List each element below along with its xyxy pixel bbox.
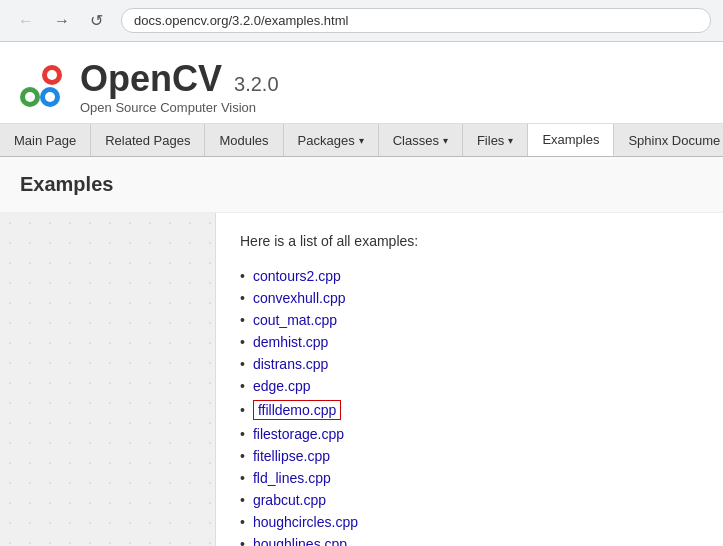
files-arrow-icon: ▾ bbox=[508, 135, 513, 146]
back-button[interactable]: ← bbox=[12, 10, 40, 32]
nav-sphinx[interactable]: Sphinx Docume bbox=[614, 124, 723, 156]
nav-examples[interactable]: Examples bbox=[528, 124, 614, 156]
main-content: Here is a list of all examples: contours… bbox=[215, 213, 723, 546]
list-item: houghcircles.cpp bbox=[240, 511, 699, 533]
examples-list: contours2.cpp convexhull.cpp cout_mat.cp… bbox=[240, 265, 699, 546]
browser-toolbar: ← → ↺ docs.opencv.org/3.2.0/examples.htm… bbox=[0, 0, 723, 42]
list-item: fld_lines.cpp bbox=[240, 467, 699, 489]
page-header: OpenCV 3.2.0 Open Source Computer Vision bbox=[0, 42, 723, 124]
example-link[interactable]: houghlines.cpp bbox=[253, 536, 347, 546]
example-link[interactable]: fld_lines.cpp bbox=[253, 470, 331, 486]
example-link[interactable]: cout_mat.cpp bbox=[253, 312, 337, 328]
nav-bar: Main Page Related Pages Modules Packages… bbox=[0, 124, 723, 157]
example-link[interactable]: contours2.cpp bbox=[253, 268, 341, 284]
list-item: edge.cpp bbox=[240, 375, 699, 397]
list-item: contours2.cpp bbox=[240, 265, 699, 287]
list-item: convexhull.cpp bbox=[240, 287, 699, 309]
reload-button[interactable]: ↺ bbox=[84, 9, 109, 32]
forward-button[interactable]: → bbox=[48, 10, 76, 32]
list-item: houghlines.cpp bbox=[240, 533, 699, 546]
list-item: demhist.cpp bbox=[240, 331, 699, 353]
example-link[interactable]: fitellipse.cpp bbox=[253, 448, 330, 464]
list-item: cout_mat.cpp bbox=[240, 309, 699, 331]
page-title: Examples bbox=[20, 173, 703, 196]
intro-text: Here is a list of all examples: bbox=[240, 233, 699, 249]
nav-packages[interactable]: Packages ▾ bbox=[284, 124, 379, 156]
nav-buttons: ← → ↺ bbox=[12, 9, 109, 32]
svg-point-4 bbox=[25, 92, 35, 102]
example-link[interactable]: grabcut.cpp bbox=[253, 492, 326, 508]
example-link[interactable]: demhist.cpp bbox=[253, 334, 328, 350]
example-link-highlighted[interactable]: ffilldemo.cpp bbox=[253, 400, 341, 420]
nav-modules[interactable]: Modules bbox=[205, 124, 283, 156]
example-link[interactable]: houghcircles.cpp bbox=[253, 514, 358, 530]
svg-point-5 bbox=[45, 92, 55, 102]
content-wrapper: Here is a list of all examples: contours… bbox=[0, 213, 723, 546]
nav-related-pages[interactable]: Related Pages bbox=[91, 124, 205, 156]
header-title: OpenCV 3.2.0 bbox=[80, 58, 279, 100]
header-text: OpenCV 3.2.0 Open Source Computer Vision bbox=[80, 58, 279, 115]
list-item: filestorage.cpp bbox=[240, 423, 699, 445]
svg-point-3 bbox=[47, 70, 57, 80]
list-item: fitellipse.cpp bbox=[240, 445, 699, 467]
classes-arrow-icon: ▾ bbox=[443, 135, 448, 146]
example-link[interactable]: edge.cpp bbox=[253, 378, 311, 394]
nav-files[interactable]: Files ▾ bbox=[463, 124, 528, 156]
header-subtitle: Open Source Computer Vision bbox=[80, 100, 279, 115]
list-item-highlighted: ffilldemo.cpp bbox=[240, 397, 699, 423]
nav-main-page[interactable]: Main Page bbox=[0, 124, 91, 156]
example-link[interactable]: distrans.cpp bbox=[253, 356, 328, 372]
list-item: distrans.cpp bbox=[240, 353, 699, 375]
list-item: grabcut.cpp bbox=[240, 489, 699, 511]
address-bar[interactable]: docs.opencv.org/3.2.0/examples.html bbox=[121, 8, 711, 33]
nav-classes[interactable]: Classes ▾ bbox=[379, 124, 463, 156]
page-title-section: Examples bbox=[0, 157, 723, 213]
opencv-version: 3.2.0 bbox=[234, 73, 278, 96]
packages-arrow-icon: ▾ bbox=[359, 135, 364, 146]
example-link[interactable]: convexhull.cpp bbox=[253, 290, 346, 306]
example-link[interactable]: filestorage.cpp bbox=[253, 426, 344, 442]
sidebar-left bbox=[0, 213, 215, 546]
opencv-name: OpenCV bbox=[80, 58, 222, 100]
opencv-logo bbox=[20, 65, 64, 109]
